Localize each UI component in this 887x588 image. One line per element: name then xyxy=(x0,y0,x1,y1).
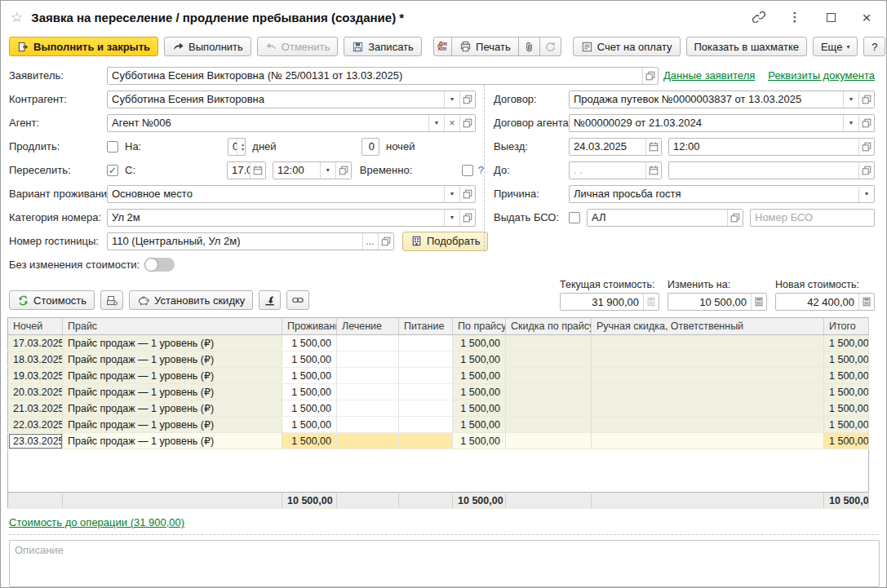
cell-meals[interactable] xyxy=(399,433,453,449)
no-cost-change-toggle[interactable] xyxy=(144,258,175,272)
cell-date[interactable]: 17.03.2025 xyxy=(8,335,63,351)
cell-manual[interactable] xyxy=(592,417,824,433)
ellipsis-button[interactable]: … xyxy=(362,233,378,250)
cell-meals[interactable] xyxy=(399,400,453,417)
cell-treatment[interactable] xyxy=(337,368,399,384)
cell-meals[interactable] xyxy=(399,368,453,384)
calendar-icon[interactable] xyxy=(250,162,265,179)
cell-price[interactable]: Прайс продаж — 1 уровень (₽) xyxy=(63,335,282,351)
open-icon[interactable] xyxy=(858,115,874,131)
checkout-date-field[interactable]: 24.03.2025 xyxy=(569,138,662,156)
cell-manual[interactable] xyxy=(592,368,824,384)
cell-price[interactable]: Прайс продаж — 1 уровень (₽) xyxy=(63,351,282,368)
cell-lodging[interactable]: 1 500,00 xyxy=(282,351,337,368)
cell-discount[interactable] xyxy=(506,433,592,449)
cell-discount[interactable] xyxy=(506,351,592,368)
calendar-icon[interactable] xyxy=(645,162,661,179)
invoice-button[interactable]: Счет на оплату xyxy=(573,37,681,56)
document-details-link[interactable]: Реквизиты документа xyxy=(768,69,875,82)
cancel-button[interactable]: Отменить xyxy=(257,37,338,56)
cell-date[interactable]: 18.03.2025 xyxy=(8,351,63,368)
cell-total[interactable]: 1 500,00 xyxy=(824,433,869,449)
chevron-down-icon[interactable]: ▾ xyxy=(843,91,858,108)
cell-manual[interactable] xyxy=(592,384,824,400)
open-icon[interactable] xyxy=(858,162,874,179)
relocate-date-field[interactable]: 17.03.2025 xyxy=(227,161,266,179)
cell-meals[interactable] xyxy=(399,384,453,400)
applicant-data-link[interactable]: Данные заявителя xyxy=(663,69,755,82)
cell-price[interactable]: Прайс продаж — 1 уровень (₽) xyxy=(63,400,282,417)
description-input[interactable] xyxy=(9,540,880,587)
chevron-down-icon[interactable]: ▾ xyxy=(428,115,444,131)
applicant-field[interactable]: Субботина Есения Викторовна (№ 25/00131 … xyxy=(107,67,659,85)
execute-button[interactable]: Выполнить xyxy=(164,37,251,56)
cell-treatment[interactable] xyxy=(337,417,399,433)
open-icon[interactable] xyxy=(858,91,874,108)
open-icon[interactable] xyxy=(335,162,351,179)
agent-contract-field[interactable]: №00000029 от 21.03.2024 ▾ xyxy=(569,114,875,132)
stay-option-field[interactable]: Основное место ▾ xyxy=(107,185,476,203)
cost-before-operation-link[interactable]: Стоимость до операции (31 900,00) xyxy=(9,516,184,528)
pick-room-button[interactable]: Подобрать xyxy=(402,232,488,251)
open-icon[interactable] xyxy=(727,210,743,226)
cell-by-price[interactable]: 1 500,00 xyxy=(453,433,506,449)
favorite-star-icon[interactable]: ☆ xyxy=(11,9,23,26)
agent-field[interactable]: Агент №006 ▾ × xyxy=(107,114,476,132)
chevron-down-icon[interactable]: ▾ xyxy=(320,162,335,179)
temporary-checkbox[interactable] xyxy=(462,165,473,176)
history-button[interactable] xyxy=(539,37,561,56)
chevron-down-icon[interactable]: ▾ xyxy=(843,115,858,131)
cell-lodging[interactable]: 1 500,00 xyxy=(282,400,337,417)
hotel-room-field[interactable]: 110 (Центральный, Ул 2м) … xyxy=(107,232,394,250)
spinner-stepper[interactable]: ▴▾ xyxy=(237,139,246,155)
cell-by-price[interactable]: 1 500,00 xyxy=(453,335,506,351)
cell-price[interactable]: Прайс продаж — 1 уровень (₽) xyxy=(63,417,282,433)
current-cost-field[interactable]: 31 900,00 xyxy=(560,293,659,311)
cell-date[interactable]: 22.03.2025 xyxy=(8,417,63,433)
cell-manual[interactable] xyxy=(592,400,824,417)
cell-meals[interactable] xyxy=(399,351,453,368)
open-icon[interactable] xyxy=(459,210,475,226)
cell-total[interactable]: 1 500,00 xyxy=(824,400,869,417)
chevron-down-icon[interactable]: ▾ xyxy=(444,186,459,202)
linked-docs-button[interactable] xyxy=(286,290,309,310)
cell-meals[interactable] xyxy=(399,335,453,351)
import-button[interactable] xyxy=(259,290,281,310)
cell-date[interactable]: 20.03.2025 xyxy=(8,384,63,400)
cell-by-price[interactable]: 1 500,00 xyxy=(453,384,506,400)
checkout-time-field[interactable]: 12:00 xyxy=(668,138,875,156)
cell-by-price[interactable]: 1 500,00 xyxy=(453,417,506,433)
prolong-nights-field[interactable]: 0 xyxy=(361,138,379,156)
cell-date[interactable]: 19.03.2025 xyxy=(8,368,63,384)
temporary-help-link[interactable]: ? xyxy=(478,164,484,176)
cell-price[interactable]: Прайс продаж — 1 уровень (₽) xyxy=(63,384,282,400)
cell-total[interactable]: 1 500,00 xyxy=(824,351,869,368)
relocate-checkbox[interactable]: ✓ xyxy=(107,165,118,176)
cell-price[interactable]: Прайс продаж — 1 уровень (₽) xyxy=(63,368,282,384)
cell-discount[interactable] xyxy=(506,417,592,433)
calculator-icon[interactable] xyxy=(643,294,659,310)
cell-treatment[interactable] xyxy=(337,400,399,417)
cell-treatment[interactable] xyxy=(337,335,399,351)
cell-by-price[interactable]: 1 500,00 xyxy=(453,400,506,417)
cell-discount[interactable] xyxy=(506,368,592,384)
relocate-time-field[interactable]: 12:00 ▾ xyxy=(273,161,352,179)
more-button[interactable]: Еще ▾ xyxy=(813,37,858,56)
contract-field[interactable]: Продажа путевок №0000003837 от 13.03.202… xyxy=(569,91,875,108)
bso-number-field[interactable]: Номер БСО xyxy=(750,209,875,227)
open-icon[interactable] xyxy=(459,91,475,108)
execute-and-close-button[interactable]: Выполнить и закрыть xyxy=(9,37,158,56)
open-icon[interactable] xyxy=(459,186,475,202)
chevron-down-icon[interactable]: ▾ xyxy=(858,186,874,202)
print-button[interactable]: Печать xyxy=(451,37,519,56)
kebab-menu-icon[interactable]: ⋮ xyxy=(787,9,803,25)
cell-total[interactable]: 1 500,00 xyxy=(824,417,869,433)
bso-series-field[interactable]: АЛ xyxy=(587,209,743,227)
show-in-chess-button[interactable]: Показать в шахматке xyxy=(686,37,807,56)
chevron-down-icon[interactable]: ▾ xyxy=(444,210,459,226)
set-discount-button[interactable]: Установить скидку xyxy=(129,290,253,310)
bso-checkbox[interactable] xyxy=(569,212,580,223)
cell-lodging[interactable]: 1 500,00 xyxy=(282,335,337,351)
close-icon[interactable]: × xyxy=(858,9,875,25)
cell-total[interactable]: 1 500,00 xyxy=(824,335,869,351)
